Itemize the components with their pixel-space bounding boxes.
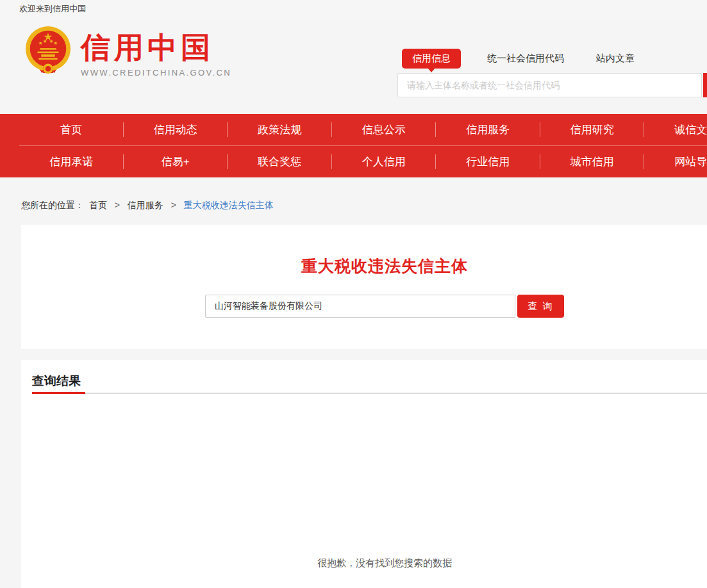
national-emblem-icon: ★ ★ ★ ★ ★ [24,26,72,77]
tab-site-articles[interactable]: 站内文章 [596,53,635,65]
nav-item-site-navigation[interactable]: 网站导航 [644,146,707,177]
empty-result-message: 很抱歉，没有找到您搜索的数据 [21,557,707,569]
nav-item-personal-credit[interactable]: 个人信用 [332,146,437,177]
query-button[interactable]: 查 询 [517,295,564,318]
nav-item-integrity-culture[interactable]: 诚信文化 [644,114,707,145]
breadcrumb-current-page[interactable]: 重大税收违法失信主体 [184,200,274,210]
tab-credit-info[interactable]: 信用信息 [402,49,461,69]
nav-item-policy-regulations[interactable]: 政策法规 [228,114,332,145]
breadcrumb-separator: > [171,200,176,210]
header-search-row [397,73,707,97]
breadcrumb-separator: > [115,200,120,210]
results-card: 查询结果 很抱歉，没有找到您搜索的数据 [21,360,707,588]
page-title: 重大税收违法失信主体 [21,225,707,275]
nav-item-industry-credit[interactable]: 行业信用 [436,146,540,177]
results-section-divider [85,393,707,394]
svg-text:★: ★ [53,40,58,46]
query-row: 查 询 [21,295,707,318]
nav-item-credit-services[interactable]: 信用服务 [436,114,540,145]
nav-item-joint-reward-punishment[interactable]: 联合奖惩 [228,146,332,177]
breadcrumb: 您所在的位置： 首页 > 信用服务 > 重大税收违法失信主体 [21,200,274,211]
search-tabs: 信用信息 统一社会信用代码 站内文章 [397,47,707,72]
breadcrumb-home[interactable]: 首页 [89,200,107,210]
logo-text: 信用中国 WWW.CREDITCHINA.GOV.CN [81,26,231,78]
site-header: ★ ★ ★ ★ ★ 信用中国 WWW.CREDITCHINA.GOV.CN 信用… [0,18,707,114]
nav-item-info-disclosure[interactable]: 信息公示 [332,114,437,145]
svg-text:★: ★ [43,38,47,44]
results-heading-underline [32,392,85,394]
logo-url: WWW.CREDITCHINA.GOV.CN [81,68,231,78]
nav-item-credit-news[interactable]: 信用动态 [124,114,228,145]
page: 欢迎来到信用中国 ★ ★ ★ ★ ★ [0,0,707,588]
topbar: 欢迎来到信用中国 [0,0,707,18]
breadcrumb-prefix: 您所在的位置： [21,200,84,210]
nav-item-credit-promise[interactable]: 信用承诺 [19,146,124,177]
nav-item-xinyi-plus[interactable]: 信易+ [124,146,228,177]
main-nav: 首页 信用动态 政策法规 信息公示 信用服务 信用研究 诚信文化 信用承诺 信易… [0,114,707,177]
nav-row-2: 信用承诺 信易+ 联合奖惩 个人信用 行业信用 城市信用 网站导航 [0,146,707,177]
header-search-area: 信用信息 统一社会信用代码 站内文章 [397,47,707,99]
breadcrumb-credit-services[interactable]: 信用服务 [128,200,163,210]
tab-unified-social-credit-code[interactable]: 统一社会信用代码 [487,53,564,65]
site-logo[interactable]: ★ ★ ★ ★ ★ 信用中国 WWW.CREDITCHINA.GOV.CN [24,26,231,78]
search-card: 重大税收违法失信主体 查 询 [21,225,707,349]
header-search-input[interactable] [397,73,702,97]
nav-item-credit-research[interactable]: 信用研究 [540,114,645,145]
query-input[interactable] [205,295,515,318]
nav-row-1: 首页 信用动态 政策法规 信息公示 信用服务 信用研究 诚信文化 [0,114,707,145]
logo-title: 信用中国 [81,31,231,64]
results-heading: 查询结果 [32,373,81,389]
welcome-text: 欢迎来到信用中国 [19,3,86,15]
header-search-button[interactable] [703,73,707,97]
nav-item-city-credit[interactable]: 城市信用 [540,146,645,177]
nav-item-home[interactable]: 首页 [19,114,124,145]
